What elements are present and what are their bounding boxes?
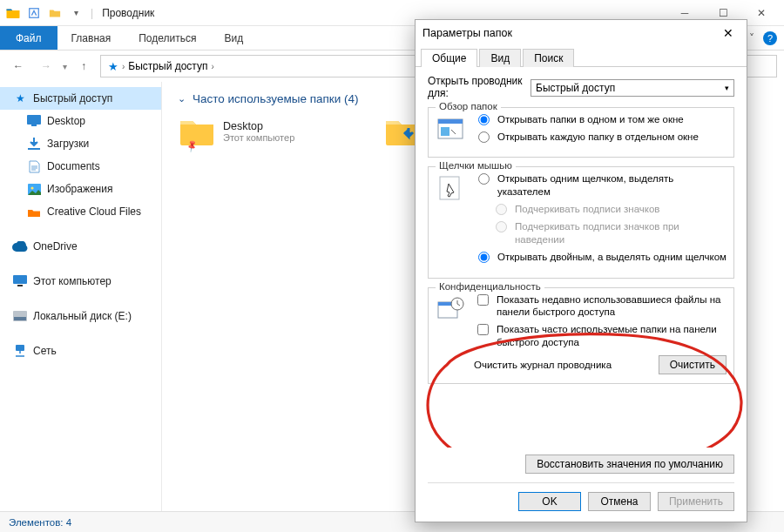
tree-downloads[interactable]: Загрузки bbox=[0, 132, 161, 155]
nav-history-dropdown[interactable]: ▾ bbox=[63, 62, 67, 71]
desktop-icon bbox=[26, 113, 42, 129]
tree-documents[interactable]: Documents bbox=[0, 155, 161, 178]
click-icon bbox=[436, 174, 467, 204]
tree-creative-cloud[interactable]: Creative Cloud Files bbox=[0, 200, 161, 223]
group-browse-folders: Обзор папок Открывать папки в одном и то… bbox=[428, 107, 734, 158]
radio-same-window[interactable]: Открывать папки в одном и том же окне bbox=[474, 113, 727, 125]
network-icon bbox=[12, 343, 28, 359]
dialog-close-button[interactable]: ✕ bbox=[717, 26, 740, 40]
browse-folders-icon bbox=[436, 115, 467, 145]
checkbox-frequent-folders[interactable]: Показать часто используемые папки на пан… bbox=[474, 323, 727, 348]
radio-underline-always: Подчеркивать подписи значков bbox=[491, 203, 727, 215]
svg-rect-10 bbox=[16, 345, 24, 351]
clear-history-label: Очистить журнал проводника bbox=[474, 360, 612, 370]
svg-rect-6 bbox=[13, 275, 27, 284]
svg-rect-1 bbox=[27, 115, 41, 125]
disk-icon bbox=[12, 308, 28, 324]
svg-point-5 bbox=[30, 186, 33, 189]
svg-rect-14 bbox=[438, 119, 463, 124]
this-pc-icon bbox=[12, 273, 28, 289]
creative-cloud-icon bbox=[26, 204, 42, 219]
qat-properties-icon[interactable] bbox=[24, 3, 44, 23]
nav-forward-button[interactable]: → bbox=[35, 55, 57, 77]
tree-desktop[interactable]: Desktop bbox=[0, 110, 161, 132]
restore-defaults-button[interactable]: Восстановить значения по умолчанию bbox=[525, 455, 734, 474]
window-title: Проводник bbox=[102, 7, 154, 19]
tab-general[interactable]: Общие bbox=[421, 49, 477, 67]
folder-options-dialog: Параметры папок ✕ Общие Вид Поиск Открыт… bbox=[415, 19, 747, 522]
group-click-behavior: Щелчки мышью Открывать одним щелчком, вы… bbox=[428, 166, 734, 278]
svg-rect-9 bbox=[14, 317, 26, 320]
dialog-title: Параметры папок bbox=[422, 27, 512, 39]
svg-rect-15 bbox=[441, 127, 449, 136]
tree-local-disk[interactable]: Локальный диск (E:) bbox=[0, 305, 161, 327]
navigation-tree: ★ Быстрый доступ Desktop Загрузки Docume… bbox=[0, 82, 162, 511]
dialog-tabs: Общие Вид Поиск bbox=[416, 46, 747, 67]
radio-new-window[interactable]: Открывать каждую папку в отдельном окне bbox=[474, 131, 727, 143]
svg-rect-7 bbox=[17, 285, 23, 286]
clear-history-button[interactable]: Очистить bbox=[659, 355, 727, 374]
apply-button[interactable]: Применить bbox=[658, 492, 734, 511]
downloads-icon bbox=[26, 136, 42, 152]
group-privacy: Конфиденциальность Показать недавно испо… bbox=[428, 287, 734, 385]
help-icon[interactable]: ? bbox=[763, 31, 777, 45]
dialog-titlebar: Параметры папок ✕ bbox=[416, 20, 747, 46]
ribbon-file-tab[interactable]: Файл bbox=[0, 26, 57, 50]
radio-underline-hover: Подчеркивать подписи значков при наведен… bbox=[491, 220, 727, 246]
nav-up-button[interactable]: ↑ bbox=[72, 55, 95, 77]
cancel-button[interactable]: Отмена bbox=[588, 492, 651, 511]
tab-view[interactable]: Вид bbox=[479, 49, 521, 67]
ribbon-home-tab[interactable]: Главная bbox=[57, 26, 125, 50]
qat-newfolder-icon[interactable] bbox=[45, 3, 64, 23]
ribbon-share-tab[interactable]: Поделиться bbox=[125, 26, 210, 50]
open-explorer-label: Открыть проводник для: bbox=[428, 76, 524, 100]
privacy-icon bbox=[436, 295, 467, 325]
tree-quick-access[interactable]: ★ Быстрый доступ bbox=[0, 87, 161, 110]
ribbon-view-tab[interactable]: Вид bbox=[210, 26, 257, 50]
quick-access-star-icon: ★ bbox=[108, 60, 118, 73]
quick-access-star-icon: ★ bbox=[12, 91, 28, 106]
status-item-count: Элементов: 4 bbox=[9, 517, 71, 528]
qat-customize-icon[interactable]: ▾ bbox=[66, 3, 85, 23]
explorer-icon bbox=[3, 3, 23, 23]
close-button[interactable]: ✕ bbox=[742, 0, 781, 26]
checkbox-recent-files[interactable]: Показать недавно использовавшиеся файлы … bbox=[474, 293, 727, 319]
tree-network[interactable]: Сеть bbox=[0, 340, 161, 362]
chevron-down-icon: ⌄ bbox=[178, 93, 186, 104]
nav-back-button[interactable]: ← bbox=[7, 55, 30, 77]
ok-button[interactable]: OK bbox=[518, 492, 581, 511]
onedrive-icon bbox=[12, 239, 28, 254]
open-explorer-select[interactable]: Быстрый доступ ▾ bbox=[531, 79, 734, 97]
radio-single-click[interactable]: Открывать одним щелчком, выделять указат… bbox=[474, 172, 727, 198]
folder-icon: 📌 bbox=[178, 114, 216, 149]
breadcrumb-text: Быстрый доступ bbox=[128, 60, 207, 72]
breadcrumb-segment[interactable]: ★ › Быстрый доступ › bbox=[105, 60, 218, 73]
chevron-down-icon: ▾ bbox=[725, 84, 729, 92]
pictures-icon bbox=[26, 181, 42, 197]
folder-item-desktop[interactable]: 📌 Desktop Этот компьютер bbox=[178, 114, 361, 149]
tree-onedrive[interactable]: OneDrive bbox=[0, 235, 161, 258]
tab-search[interactable]: Поиск bbox=[523, 49, 574, 67]
documents-icon bbox=[26, 158, 42, 174]
svg-rect-2 bbox=[31, 125, 37, 126]
radio-double-click[interactable]: Открывать двойным, а выделять одним щелч… bbox=[474, 251, 727, 263]
svg-rect-3 bbox=[28, 148, 40, 150]
tree-this-pc[interactable]: Этот компьютер bbox=[0, 270, 161, 293]
tree-pictures[interactable]: Изображения bbox=[0, 178, 161, 200]
